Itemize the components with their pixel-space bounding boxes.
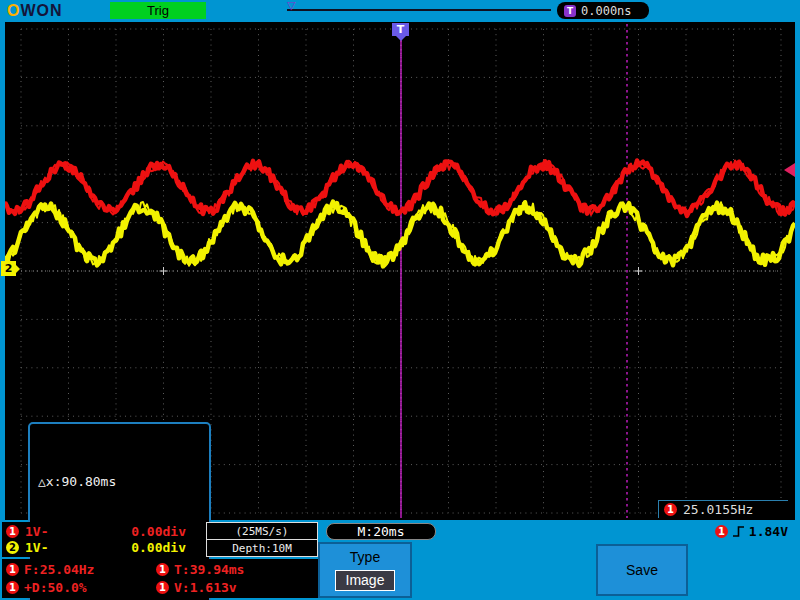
trigger-t-icon: T: [564, 5, 576, 17]
measure-period-value: T:39.94ms: [174, 562, 244, 577]
timebase-readout: M:20ms: [326, 523, 436, 540]
measure-frequency-value: F:25.04Hz: [24, 562, 94, 577]
ch1-badge: 1: [156, 581, 169, 594]
measure-frequency: 1 F:25.04Hz: [6, 562, 156, 577]
trigger-freq-readout: 1 25.0155Hz: [658, 500, 788, 518]
status-bar: 1 1V- 0.00div 2 1V- 0.00div (25MS/s) Dep…: [0, 520, 800, 600]
waveform-screen: T 2 △x:90.80ms 1/△x:11.01HZ x1:0.400ms x…: [5, 22, 795, 520]
save-button[interactable]: Save: [596, 544, 688, 596]
trigger-time-box: T 0.000ns: [557, 2, 649, 19]
ch1-scale: 1V-: [25, 524, 48, 539]
top-bar: OWON Trig ▽ T 0.000ns: [0, 0, 800, 22]
measurement-panel: 1 F:25.04Hz 1 T:39.94ms 1 +D:50.0% 1 V:1…: [2, 559, 318, 598]
channel-panel: 1 1V- 0.00div 2 1V- 0.00div: [2, 522, 204, 557]
ch1-offset: 0.00div: [131, 524, 186, 539]
trigger-level-arrow[interactable]: [784, 163, 795, 177]
record-depth: Depth:10M: [206, 539, 318, 557]
rising-edge-icon: [732, 525, 745, 538]
memory-position-bar: [287, 9, 551, 11]
trigger-level-readout: 1 1.84V: [715, 524, 788, 539]
ch1-badge: 1: [6, 525, 19, 538]
type-value: Image: [335, 570, 396, 591]
ch1-badge: 1: [6, 581, 19, 594]
trigger-level-value: 1.84V: [749, 524, 788, 539]
acquisition-box: (25MS/s) Depth:10M: [206, 522, 318, 557]
logo-text: WON: [20, 2, 62, 19]
measure-period: 1 T:39.94ms: [156, 562, 316, 577]
measure-duty: 1 +D:50.0%: [6, 580, 156, 595]
ch1-badge: 1: [715, 525, 728, 538]
ch1-badge: 1: [156, 563, 169, 576]
save-type-button[interactable]: Type Image: [318, 542, 412, 598]
trig-status-button[interactable]: Trig: [110, 2, 206, 19]
ch2-offset: 0.00div: [131, 540, 186, 555]
measure-duty-value: +D:50.0%: [24, 580, 87, 595]
trigger-freq-value: 25.0155Hz: [683, 502, 753, 517]
ch1-badge: 1: [664, 503, 677, 516]
oscilloscope-ui: OWON Trig ▽ T 0.000ns T 2 △x:90.80ms 1/△…: [0, 0, 800, 600]
waveform-ch1: [5, 160, 795, 215]
ch2-readout: 2 1V- 0.00div: [6, 540, 200, 555]
memory-marker-icon: ▽: [287, 0, 295, 12]
cursor-delta-x: △x:90.80ms: [38, 471, 201, 492]
measure-voltage: 1 V:1.613v: [156, 580, 316, 595]
owon-logo: OWON: [7, 2, 63, 20]
ch2-ground-marker[interactable]: 2: [1, 261, 16, 276]
sample-rate: (25MS/s): [206, 522, 318, 540]
logo-o: O: [7, 2, 20, 19]
type-label: Type: [350, 549, 380, 565]
ch2-scale: 1V-: [25, 540, 48, 555]
ch2-badge: 2: [6, 541, 19, 554]
trigger-position-marker[interactable]: T: [392, 23, 409, 36]
ch1-readout: 1 1V- 0.00div: [6, 524, 200, 539]
trigger-time-value: 0.000ns: [581, 4, 632, 18]
measure-voltage-value: V:1.613v: [174, 580, 237, 595]
ch1-badge: 1: [6, 563, 19, 576]
